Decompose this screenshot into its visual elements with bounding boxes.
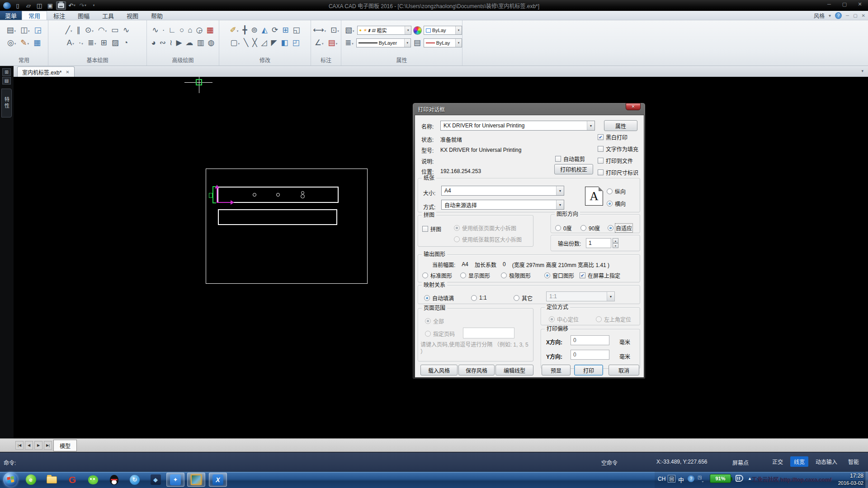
auto-crop-checkbox[interactable]: 自动裁剪 <box>555 155 585 162</box>
smart-snap-toggle[interactable]: 智能 <box>844 456 863 467</box>
rotate-auto-radio[interactable]: 自适应 <box>608 224 632 231</box>
block-icon[interactable]: ⊞ <box>100 38 108 48</box>
maximize-button[interactable]: ▢ <box>839 1 850 7</box>
new-file-button[interactable]: ▯ <box>13 1 23 10</box>
command-bar[interactable]: 命令: 空命令 X:-33.489, Y:227.656 屏幕点 正交线宽动态输… <box>0 452 868 471</box>
scale-icon[interactable]: ◱ <box>292 25 301 35</box>
bw-print-checkbox[interactable]: 黑白打印 <box>598 133 627 141</box>
scale-combo[interactable]: 1:1 <box>546 291 615 301</box>
tab-tools[interactable]: 工具 <box>96 11 120 20</box>
mdi-restore-button[interactable]: ▢ <box>853 13 857 18</box>
line-icon[interactable]: ╱ <box>65 25 73 36</box>
battery-indicator[interactable]: 91% <box>710 474 731 483</box>
tab-view[interactable]: 视图 <box>120 11 145 20</box>
save-style-button[interactable]: 保存风格 <box>458 365 495 375</box>
arc-3pt-icon[interactable]: ◕ <box>151 38 157 48</box>
table-icon[interactable]: ▦ <box>205 25 214 35</box>
copies-spinner[interactable]: ▲▼ <box>613 238 618 248</box>
printer-name-combo[interactable]: KX DRIVER for Universal Printing <box>440 121 595 131</box>
other-scale-radio[interactable]: 其它 <box>514 294 533 301</box>
ellipse-icon[interactable]: ○ <box>179 25 185 35</box>
layer-settings-icon[interactable]: ▧ <box>344 25 355 36</box>
contour-icon[interactable]: ◶ <box>195 25 204 35</box>
color-bylayer-combo[interactable]: ByLay <box>424 26 462 35</box>
preview-button[interactable]: 预显 <box>542 365 571 375</box>
profile-icon[interactable]: ▥ <box>196 38 205 48</box>
tab-help[interactable]: 帮助 <box>145 11 169 20</box>
block-edit-icon[interactable]: ◧ <box>280 38 289 48</box>
window-graphics-radio[interactable]: 窗口图形 <box>544 272 574 279</box>
extend-icon[interactable]: ╳ <box>251 38 258 48</box>
tile-by-page-radio[interactable]: 使用纸张页面大小拆图 <box>454 224 516 231</box>
format-brush-icon[interactable]: ✎ <box>19 38 30 49</box>
one-to-one-radio[interactable]: 1:1 <box>471 294 487 301</box>
on-screen-checkbox[interactable]: 在屏幕上指定 <box>580 272 620 279</box>
trim-icon[interactable]: ╲ <box>243 38 249 48</box>
dimension-icon[interactable]: ⟷ <box>312 25 327 36</box>
taskbar-qq[interactable] <box>105 473 123 487</box>
command-prompt[interactable]: 命令: <box>4 459 16 466</box>
tab-close-icon[interactable]: ✕ <box>66 70 69 75</box>
customize-qat-button[interactable]: ▾ <box>89 1 99 10</box>
tab-overflow-icon[interactable]: ▾ <box>861 69 863 73</box>
erase-icon[interactable]: ✐ <box>229 25 240 36</box>
properties-palette-tab[interactable]: 特性 <box>1 89 12 117</box>
nav-next-button[interactable]: ▶ <box>34 441 42 450</box>
rectangle-icon[interactable]: ▭ <box>110 25 119 35</box>
tile-by-clip-radio[interactable]: 使用纸张裁剪区大小拆图 <box>454 235 522 243</box>
rotate-0-radio[interactable]: 0度 <box>555 224 572 231</box>
nav-last-button[interactable]: ▶| <box>44 441 52 450</box>
rotate-90-radio[interactable]: 90度 <box>580 224 600 231</box>
taskbar-file-explorer[interactable] <box>42 473 61 487</box>
copy-icon[interactable]: ◫ <box>19 25 31 36</box>
taskbar-virtualbox[interactable]: ◆ <box>146 473 165 487</box>
stretch-icon[interactable]: ▢ <box>229 38 241 49</box>
color-picker-icon[interactable] <box>413 26 422 35</box>
explode-icon[interactable]: ◰ <box>292 38 301 48</box>
tab-sheet[interactable]: 图幅 <box>71 11 96 20</box>
start-button[interactable] <box>3 472 18 487</box>
model-tab[interactable]: 模型 <box>53 440 77 451</box>
fillet-icon[interactable]: ◿ <box>260 38 268 48</box>
taskbar-baidu-netdisk[interactable]: ✦ <box>166 473 184 487</box>
help-button[interactable]: ? <box>835 12 842 19</box>
text-as-fill-checkbox[interactable]: 文字作为填充 <box>598 145 638 152</box>
ime-chinese-indicator[interactable]: 中 <box>678 475 684 484</box>
screen-point-label[interactable]: 屏幕点 <box>732 459 749 466</box>
polygon-icon[interactable]: ⌂ <box>187 25 193 35</box>
line-width-icon[interactable]: ≣ <box>344 38 354 49</box>
zoom-icon[interactable]: ◎ <box>6 38 17 49</box>
open-file-button[interactable]: ▱ <box>24 1 33 10</box>
all-pages-radio[interactable]: 全部 <box>425 317 444 324</box>
printer-calibrate-button[interactable]: 打印机校正 <box>554 164 593 174</box>
ime-help-icon[interactable]: ? <box>688 475 694 482</box>
style-dropdown[interactable]: 风格 <box>814 12 825 19</box>
taskbar-image-viewer[interactable] <box>187 473 205 487</box>
print-confirm-button[interactable]: 打印 <box>574 365 603 375</box>
angle-dimension-icon[interactable]: ∠ <box>314 38 325 49</box>
edit-linetype-button[interactable]: 编辑线型 <box>495 365 533 375</box>
revision-cloud-icon[interactable]: ☁ <box>185 38 194 48</box>
parallel-line-icon[interactable]: ∥ <box>75 25 81 35</box>
array-icon[interactable]: ⊞ <box>281 25 289 35</box>
taskbar-wechat[interactable] <box>84 473 102 487</box>
polyline-icon[interactable]: ∿ <box>151 25 159 35</box>
nav-first-button[interactable]: |◀ <box>15 441 24 450</box>
portrait-radio[interactable]: 纵向 <box>607 188 626 195</box>
document-tab[interactable]: 室内机标签.exb* ✕ <box>17 66 75 77</box>
ime-lang-indicator[interactable]: CH <box>658 476 665 482</box>
mdi-close-button[interactable]: ✕ <box>862 13 865 18</box>
offset-line-icon[interactable]: ≣ <box>87 38 97 49</box>
app-logo-icon[interactable] <box>2 1 12 10</box>
bubble-icon[interactable]: ◍ <box>207 38 216 48</box>
dialog-close-button[interactable]: ✕ <box>626 103 641 110</box>
page-numbers-input[interactable] <box>463 328 514 338</box>
offset-x-input[interactable]: 0 <box>571 335 609 345</box>
undo-button[interactable]: ↶▾ <box>67 1 77 10</box>
text-icon[interactable]: A <box>66 38 75 49</box>
center-position-radio[interactable]: 中心定位 <box>549 315 579 323</box>
tab-common[interactable]: 常用 <box>22 11 47 20</box>
mirror-icon[interactable]: ◭ <box>261 25 269 35</box>
circle-icon[interactable]: ⊙ <box>84 25 94 36</box>
std-graphics-radio[interactable]: 标准图形 <box>422 272 452 279</box>
